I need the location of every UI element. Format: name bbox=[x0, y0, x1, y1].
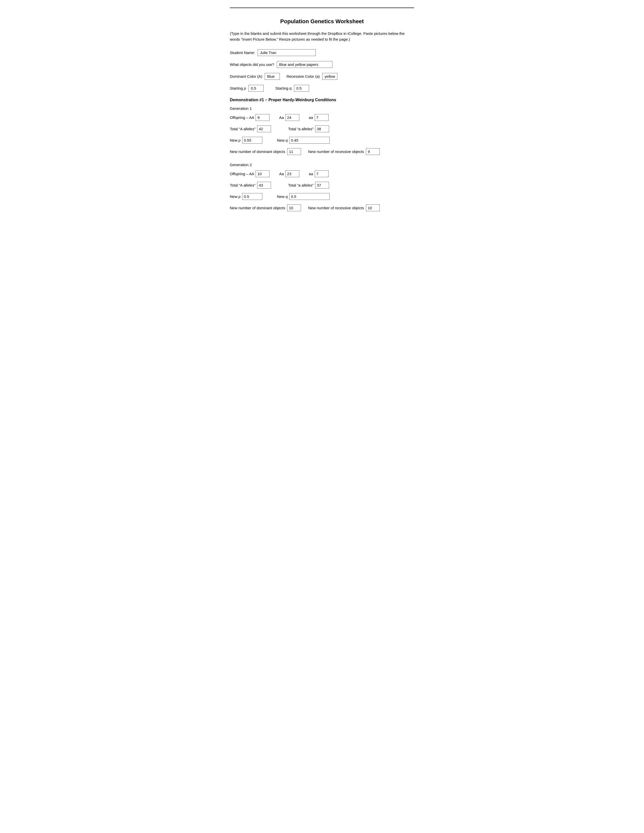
recessive-color-label: Recessive Color (a) bbox=[287, 74, 320, 79]
gen2-new-pq-row: New p 0.5 New q 0.5 bbox=[230, 193, 414, 200]
generation-2-label: Generation 2 bbox=[230, 162, 414, 167]
gen1-new-dominant-label: New number of dominant objects bbox=[230, 150, 285, 154]
instructions: (Type in the blanks and submit this work… bbox=[230, 31, 414, 42]
objects-row: What objects did you use? Blue and yello… bbox=[230, 61, 414, 68]
gen2-AA-segment: Offspring – AA 10 bbox=[230, 170, 269, 177]
starting-p-label: Starting p bbox=[230, 86, 246, 90]
top-rule bbox=[230, 8, 414, 8]
gen1-lowercase-aa-label: aa bbox=[309, 115, 313, 120]
gen1-new-pq-row: New p 0.55 New q 0.45 bbox=[230, 137, 414, 144]
gen2-total-a-segment: Total “a alleles” 37 bbox=[288, 182, 329, 188]
gen1-Aa-segment: Aa 24 bbox=[279, 114, 299, 121]
gen2-new-q-segment: New q 0.5 bbox=[277, 193, 330, 200]
student-name-input[interactable]: Julie Tran bbox=[258, 49, 316, 56]
gen2-offspring-aa-label: Offspring – AA bbox=[230, 172, 254, 176]
gen2-new-objects-row: New number of dominant objects 10 New nu… bbox=[230, 204, 414, 211]
gen2-offspring-row: Offspring – AA 10 Aa 23 aa 7 bbox=[230, 170, 414, 177]
gen1-total-a-label: Total “a alleles” bbox=[288, 127, 314, 131]
gen2-new-q-input[interactable]: 0.5 bbox=[289, 193, 330, 200]
gen2-new-dominant-input[interactable]: 10 bbox=[287, 204, 301, 211]
gen2-lowercase-aa-input[interactable]: 7 bbox=[315, 170, 328, 177]
gen1-total-a-input[interactable]: 38 bbox=[315, 125, 329, 132]
color-row: Dominant Color (A) Blue Recessive Color … bbox=[230, 73, 414, 80]
gen1-new-dominant-input[interactable]: 11 bbox=[287, 148, 301, 155]
gen1-total-A-input[interactable]: 42 bbox=[257, 125, 271, 132]
gen1-offspring-aa-label: Offspring – AA bbox=[230, 115, 254, 120]
gen1-aa-label: Aa bbox=[279, 115, 283, 120]
gen1-offspring-aa-input[interactable]: 9 bbox=[256, 114, 269, 121]
generation-1-label: Generation 1 bbox=[230, 106, 414, 111]
gen1-total-alleles-row: Total “A alleles” 42 Total “a alleles” 3… bbox=[230, 125, 414, 132]
gen2-total-a-input[interactable]: 37 bbox=[315, 182, 329, 188]
gen1-new-recessive-label: New number of recessive objects bbox=[308, 150, 364, 154]
generation-1-section: Generation 1 Offspring – AA 9 Aa 24 aa 7… bbox=[230, 106, 414, 155]
gen2-total-A-segment: Total “A alleles” 43 bbox=[230, 182, 271, 188]
gen1-aa-input[interactable]: 24 bbox=[285, 114, 299, 121]
gen1-new-p-input[interactable]: 0.55 bbox=[242, 137, 262, 144]
page-title: Population Genetics Worksheet bbox=[230, 18, 414, 25]
gen2-total-a-label: Total “a alleles” bbox=[288, 183, 314, 187]
gen1-new-q-segment: New q 0.45 bbox=[277, 137, 330, 144]
gen2-offspring-aa-input[interactable]: 10 bbox=[256, 170, 269, 177]
generation-2-section: Generation 2 Offspring – AA 10 Aa 23 aa … bbox=[230, 162, 414, 211]
starting-pq-row: Starting p 0.5 Starting q 0.5 bbox=[230, 85, 414, 92]
demo-header: Demonstration #1 – Proper Hardy-Weinburg… bbox=[230, 98, 414, 102]
student-name-row: Student Name: Julie Tran bbox=[230, 49, 414, 56]
starting-q-input[interactable]: 0.5 bbox=[294, 85, 309, 92]
gen2-lowercase-aa-segment: aa 7 bbox=[309, 170, 328, 177]
gen1-total-A-segment: Total “A alleles” 42 bbox=[230, 125, 271, 132]
gen1-lowercase-aa-segment: aa 7 bbox=[309, 114, 328, 121]
gen1-total-A-label: Total “A alleles” bbox=[230, 127, 256, 131]
dominant-color-input[interactable]: Blue bbox=[265, 73, 280, 80]
gen2-Aa-segment: Aa 23 bbox=[279, 170, 299, 177]
gen1-new-p-label: New p bbox=[230, 138, 241, 142]
dominant-color-label: Dominant Color (A) bbox=[230, 74, 262, 79]
gen1-new-q-label: New q bbox=[277, 138, 288, 142]
gen2-total-A-label: Total “A alleles” bbox=[230, 183, 256, 187]
starting-p-input[interactable]: 0.5 bbox=[248, 85, 264, 92]
gen1-new-recessive-input[interactable]: 9 bbox=[366, 148, 380, 155]
gen2-aa-input[interactable]: 23 bbox=[285, 170, 299, 177]
gen1-new-p-segment: New p 0.55 bbox=[230, 137, 262, 144]
gen1-lowercase-aa-input[interactable]: 7 bbox=[315, 114, 328, 121]
gen1-total-a-segment: Total “a alleles” 38 bbox=[288, 125, 329, 132]
recessive-color-input[interactable]: yellow bbox=[322, 73, 337, 80]
gen2-new-q-label: New q bbox=[277, 195, 288, 199]
student-name-label: Student Name: bbox=[230, 50, 255, 55]
gen2-lowercase-aa-label: aa bbox=[309, 172, 313, 176]
gen2-new-p-segment: New p 0.5 bbox=[230, 193, 262, 200]
gen2-total-A-input[interactable]: 43 bbox=[257, 182, 271, 188]
gen1-offspring-row: Offspring – AA 9 Aa 24 aa 7 bbox=[230, 114, 414, 121]
gen2-total-alleles-row: Total “A alleles” 43 Total “a alleles” 3… bbox=[230, 182, 414, 188]
objects-label: What objects did you use? bbox=[230, 62, 274, 67]
gen2-new-p-label: New p bbox=[230, 195, 241, 199]
objects-input[interactable]: Blue and yellow papers bbox=[277, 61, 332, 68]
gen2-aa-label: Aa bbox=[279, 172, 283, 176]
gen1-new-q-input[interactable]: 0.45 bbox=[289, 137, 330, 144]
gen1-new-objects-row: New number of dominant objects 11 New nu… bbox=[230, 148, 414, 155]
gen2-new-p-input[interactable]: 0.5 bbox=[242, 193, 262, 200]
gen2-new-dominant-label: New number of dominant objects bbox=[230, 206, 285, 210]
starting-q-label: Starting q bbox=[275, 86, 291, 90]
gen1-AA-segment: Offspring – AA 9 bbox=[230, 114, 269, 121]
gen2-new-recessive-label: New number of recessive objects bbox=[308, 206, 364, 210]
gen2-new-recessive-input[interactable]: 10 bbox=[366, 204, 380, 211]
